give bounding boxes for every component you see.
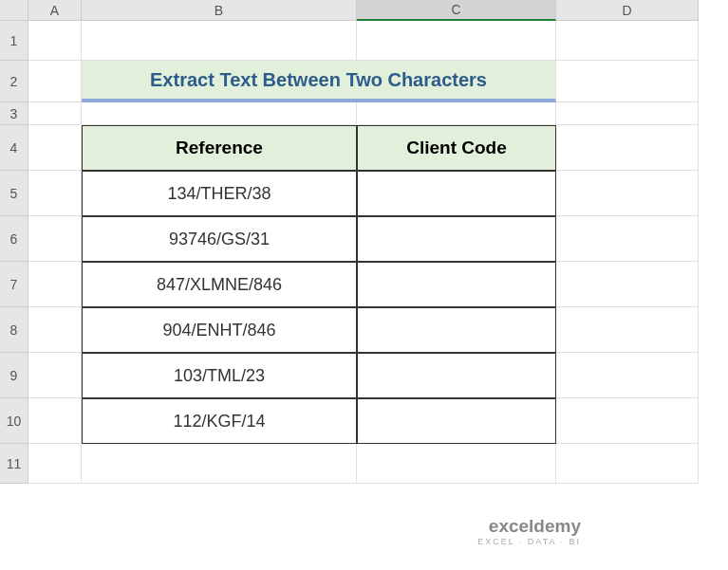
table-row[interactable]: 112/KGF/14 — [82, 398, 357, 444]
cell-d4[interactable] — [556, 125, 699, 171]
row-header-3[interactable]: 3 — [0, 102, 28, 125]
cell-a4[interactable] — [28, 125, 82, 171]
row-header-5[interactable]: 5 — [0, 171, 28, 216]
select-all-corner[interactable] — [0, 0, 28, 21]
cell-b1[interactable] — [82, 21, 357, 61]
table-row[interactable] — [357, 262, 556, 307]
cell-d2[interactable] — [556, 61, 699, 102]
cell-d5[interactable] — [556, 171, 699, 216]
row-header-11[interactable]: 11 — [0, 444, 28, 484]
table-row[interactable]: 93746/GS/31 — [82, 216, 357, 262]
cell-a3[interactable] — [28, 102, 82, 125]
row-header-6[interactable]: 6 — [0, 216, 28, 262]
cell-d7[interactable] — [556, 262, 699, 307]
col-header-b[interactable]: B — [82, 0, 357, 21]
table-row[interactable] — [357, 353, 556, 398]
cell-d6[interactable] — [556, 216, 699, 262]
cell-c3[interactable] — [357, 102, 556, 125]
row-header-8[interactable]: 8 — [0, 307, 28, 353]
cell-a7[interactable] — [28, 262, 82, 307]
row-header-2[interactable]: 2 — [0, 61, 28, 102]
cell-a10[interactable] — [28, 398, 82, 444]
cell-d11[interactable] — [556, 444, 699, 484]
cell-b11[interactable] — [82, 444, 357, 484]
cell-a9[interactable] — [28, 353, 82, 398]
cell-a8[interactable] — [28, 307, 82, 353]
row-header-1[interactable]: 1 — [0, 21, 28, 61]
table-row[interactable]: 904/ENHT/846 — [82, 307, 357, 353]
table-row[interactable] — [357, 307, 556, 353]
cell-c1[interactable] — [357, 21, 556, 61]
cell-a6[interactable] — [28, 216, 82, 262]
cell-d8[interactable] — [556, 307, 699, 353]
cell-a1[interactable] — [28, 21, 82, 61]
table-row[interactable] — [357, 171, 556, 216]
header-client-code[interactable]: Client Code — [357, 125, 556, 171]
row-header-4[interactable]: 4 — [0, 125, 28, 171]
table-row[interactable]: 134/THER/38 — [82, 171, 357, 216]
cell-a5[interactable] — [28, 171, 82, 216]
cell-d1[interactable] — [556, 21, 699, 61]
watermark: exceldemy EXCEL · DATA · BI — [477, 516, 581, 546]
cell-d10[interactable] — [556, 398, 699, 444]
watermark-brand: exceldemy — [477, 516, 581, 537]
row-header-10[interactable]: 10 — [0, 398, 28, 444]
header-reference[interactable]: Reference — [82, 125, 357, 171]
table-row[interactable]: 103/TML/23 — [82, 353, 357, 398]
cell-d9[interactable] — [556, 353, 699, 398]
col-header-c[interactable]: C — [357, 0, 556, 21]
spreadsheet-grid: A B C D 1 2 Extract Text Between Two Cha… — [0, 0, 728, 484]
cell-d3[interactable] — [556, 102, 699, 125]
table-row[interactable] — [357, 398, 556, 444]
table-row[interactable] — [357, 216, 556, 262]
cell-a11[interactable] — [28, 444, 82, 484]
cell-b3[interactable] — [82, 102, 357, 125]
col-header-d[interactable]: D — [556, 0, 699, 21]
watermark-tagline: EXCEL · DATA · BI — [477, 537, 581, 546]
cell-a2[interactable] — [28, 61, 82, 102]
row-header-9[interactable]: 9 — [0, 353, 28, 398]
table-row[interactable]: 847/XLMNE/846 — [82, 262, 357, 307]
col-header-a[interactable]: A — [28, 0, 82, 21]
title-cell[interactable]: Extract Text Between Two Characters — [82, 61, 556, 102]
cell-c11[interactable] — [357, 444, 556, 484]
row-header-7[interactable]: 7 — [0, 262, 28, 307]
